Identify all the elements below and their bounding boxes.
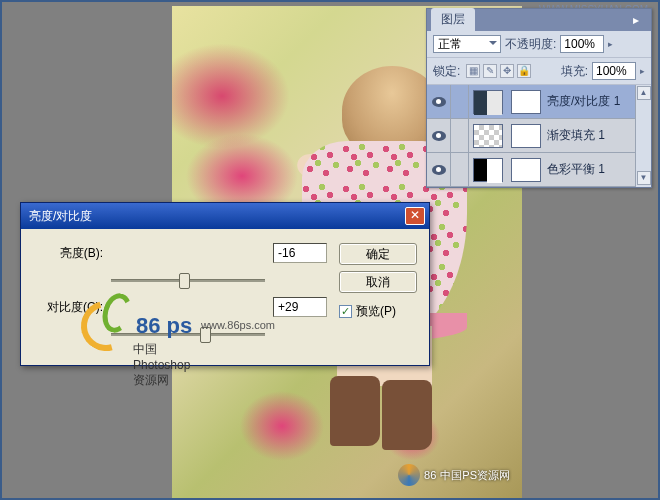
visibility-toggle-icon[interactable] [427,153,451,187]
scroll-down-icon[interactable]: ▼ [637,171,651,185]
visibility-toggle-icon[interactable] [427,119,451,153]
adjustment-thumb-icon[interactable] [473,158,503,182]
link-column[interactable] [451,153,469,187]
preview-label: 预览(P) [356,303,396,320]
layer-row[interactable]: 亮度/对比度 1 [427,85,651,119]
layer-scrollbar[interactable]: ▲ ▼ [635,85,651,187]
layer-list: 亮度/对比度 1 渐变填充 1 色彩平衡 1 ▲ ▼ [427,85,651,187]
mask-thumb-icon[interactable] [511,158,541,182]
brightness-label: 亮度(B): [33,245,103,262]
image-watermark: 86 中国PS资源网 [398,464,510,486]
contrast-input[interactable]: +29 [273,297,327,317]
lock-pixels-icon[interactable]: ✎ [483,64,497,78]
lock-position-icon[interactable]: ✥ [500,64,514,78]
brightness-input[interactable]: -16 [273,243,327,263]
fill-label: 填充: [561,63,588,80]
cancel-button[interactable]: 取消 [339,271,417,293]
link-column[interactable] [451,85,469,119]
contrast-slider[interactable] [111,325,265,343]
contrast-label: 对比度(C): [33,299,103,316]
dialog-title: 亮度/对比度 [25,208,405,225]
panel-menu-icon[interactable]: ▸ [633,13,647,27]
scroll-up-icon[interactable]: ▲ [637,86,651,100]
brightness-slider[interactable] [111,271,265,289]
opacity-label: 不透明度: [505,36,556,53]
watermark-logo-icon [398,464,420,486]
layers-panel: 图层 ▸ 正常 不透明度: 100% ▸ 锁定: ▦ ✎ ✥ 🔒 填充: 100… [426,8,652,188]
preview-checkbox[interactable]: ✓ [339,305,352,318]
ok-button[interactable]: 确定 [339,243,417,265]
close-icon[interactable]: ✕ [405,207,425,225]
brightness-contrast-dialog: 亮度/对比度 ✕ 亮度(B): -16 对比度(C): +29 [20,202,430,366]
fill-input[interactable]: 100% [592,62,636,80]
lock-label: 锁定: [433,63,460,80]
opacity-flyout-icon[interactable]: ▸ [608,39,613,49]
blend-mode-select[interactable]: 正常 [433,35,501,53]
layer-row[interactable]: 渐变填充 1 [427,119,651,153]
mask-thumb-icon[interactable] [511,124,541,148]
tab-layers[interactable]: 图层 [431,8,475,31]
dialog-titlebar[interactable]: 亮度/对比度 ✕ [21,203,429,229]
layer-row[interactable]: 色彩平衡 1 [427,153,651,187]
link-column[interactable] [451,119,469,153]
mask-thumb-icon[interactable] [511,90,541,114]
visibility-toggle-icon[interactable] [427,85,451,119]
adjustment-thumb-icon[interactable] [473,124,503,148]
lock-transparency-icon[interactable]: ▦ [466,64,480,78]
opacity-input[interactable]: 100% [560,35,604,53]
lock-all-icon[interactable]: 🔒 [517,64,531,78]
adjustment-thumb-icon[interactable] [473,90,503,114]
fill-flyout-icon[interactable]: ▸ [640,66,645,76]
